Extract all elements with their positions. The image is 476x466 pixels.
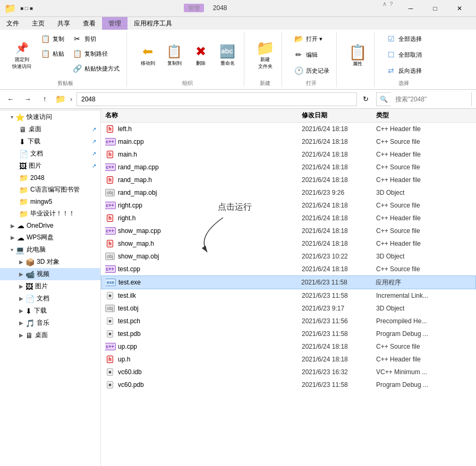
file-name-text: rand_map.h	[118, 176, 152, 184]
tab-share[interactable]: 共享	[51, 17, 76, 30]
sidebar-label-docs: 文档	[30, 149, 43, 158]
history-icon: 🕐	[293, 65, 304, 76]
tab-manage[interactable]: 管理	[102, 17, 128, 30]
delete-button[interactable]: ✖ 删除	[189, 40, 213, 70]
folder-mingw5-icon: 📁	[19, 197, 28, 206]
sidebar-item-desktop2[interactable]: ▶ 🖥 桌面	[0, 329, 100, 341]
file-icon: c++	[105, 201, 115, 210]
pics-icon: 🖼	[26, 282, 33, 291]
select-all-button[interactable]: ☑ 全部选择	[383, 32, 424, 46]
sidebar-item-2048[interactable]: 📁 2048	[0, 172, 100, 184]
up-button[interactable]: ↑	[38, 93, 51, 106]
sidebar-item-thispc[interactable]: ▾ 💻 此电脑	[0, 244, 100, 256]
sidebar-item-mingw5[interactable]: 📁 mingw5	[0, 196, 100, 208]
table-row[interactable]: c++ up.cpp 2021/6/24 18:18 C++ Source fi…	[101, 340, 476, 353]
copy-button[interactable]: 📋 复制	[37, 32, 67, 46]
move-to-button[interactable]: ⬅ 移动到	[135, 40, 160, 70]
sidebar-item-pics2[interactable]: ▶ 🖼 图片	[0, 280, 100, 292]
cut-button[interactable]: ✂ 剪切	[69, 32, 122, 46]
pin-to-quickaccess-button[interactable]: 📌 固定到快速访问	[8, 37, 35, 73]
table-row[interactable]: exe test.exe 2021/6/23 11:58 应用程序	[101, 275, 476, 289]
table-row[interactable]: h up.h 2021/6/24 18:18 C++ Header file	[101, 353, 476, 366]
table-row[interactable]: c++ rand_map.cpp 2021/6/24 18:18 C++ Sou…	[101, 161, 476, 174]
table-row[interactable]: c++ main.cpp 2021/6/24 18:18 C++ Source …	[101, 135, 476, 148]
history-button[interactable]: 🕐 历史记录	[291, 64, 332, 77]
tab-app-tools[interactable]: 应用程序工具	[128, 17, 178, 30]
tab-view[interactable]: 查看	[76, 17, 102, 30]
paste-button[interactable]: 📋 粘贴	[37, 47, 67, 61]
properties-button[interactable]: 📋 属性	[345, 41, 370, 70]
file-date: 2021/6/24 18:18	[302, 138, 376, 145]
edit-label: 编辑	[306, 51, 318, 59]
table-row[interactable]: h main.h 2021/6/24 18:18 C++ Header file	[101, 148, 476, 161]
sidebar-item-graduation[interactable]: 📁 毕业设计！！！	[0, 208, 100, 220]
table-row[interactable]: h rand_map.h 2021/6/24 18:18 C++ Header …	[101, 174, 476, 186]
sidebar-item-cbook[interactable]: 📁 C语言编写图书管	[0, 184, 100, 196]
table-row[interactable]: h right.h 2021/6/24 18:18 C++ Header fil…	[101, 212, 476, 225]
sidebar-item-onedrive[interactable]: ▶ ☁ OneDrive	[0, 220, 100, 231]
address-bar: ← → ↑ 📁 › ↻ 🔍	[0, 90, 476, 109]
sidebar-item-3d[interactable]: ▶ 📦 3D 对象	[0, 256, 100, 268]
maximize-button[interactable]: □	[423, 0, 447, 17]
search-input[interactable]	[391, 92, 471, 106]
table-row[interactable]: c++ show_map.cpp 2021/6/24 18:18 C++ Sou…	[101, 225, 476, 237]
table-row[interactable]: h left.h 2021/6/24 18:18 C++ Header file	[101, 123, 476, 135]
close-button[interactable]: ✕	[447, 0, 472, 17]
sidebar-item-dl2[interactable]: ▶ ⬇ 下载	[0, 305, 100, 317]
refresh-button[interactable]: ↻	[359, 93, 372, 106]
file-date: 2021/6/24 18:18	[302, 125, 376, 133]
file-icon: c++	[105, 226, 115, 236]
minimize-button[interactable]: ─	[398, 0, 423, 17]
table-row[interactable]: obj show_map.obj 2021/6/23 10:22 3D Obje…	[101, 250, 476, 263]
back-button[interactable]: ←	[4, 93, 17, 106]
table-row[interactable]: obj test.obj 2021/6/23 9:17 3D Object	[101, 302, 476, 315]
file-type: C++ Source file	[376, 343, 472, 350]
file-icon: c++	[105, 162, 115, 172]
file-type: C++ Source file	[376, 138, 472, 145]
table-row[interactable]: h show_map.h 2021/6/24 18:18 C++ Header …	[101, 237, 476, 250]
edit-button[interactable]: ✏ 编辑	[291, 48, 332, 62]
copy-to-icon: 📋	[166, 43, 183, 60]
file-icon: obj	[105, 252, 115, 261]
table-row[interactable]: ■ test.ilk 2021/6/23 11:58 Incremental L…	[101, 289, 476, 302]
star-icon: ⭐	[15, 113, 24, 122]
tab-home[interactable]: 主页	[26, 17, 51, 30]
file-type: C++ Source file	[376, 227, 472, 235]
paste-shortcut-button[interactable]: 🔗 粘贴快捷方式	[69, 62, 122, 75]
table-row[interactable]: ■ vc60.idb 2021/6/23 16:32 VC++ Minimum …	[101, 366, 476, 378]
open-button[interactable]: 📂 打开 ▾	[291, 32, 332, 46]
new-folder-icon: 📁	[257, 39, 274, 56]
sidebar-item-desktop[interactable]: 🖥 桌面 ↗	[0, 123, 100, 135]
tab-file[interactable]: 文件	[0, 17, 26, 30]
invert-selection-button[interactable]: ⇄ 反向选择	[383, 64, 424, 77]
file-icon: c++	[105, 264, 115, 274]
sidebar-item-video[interactable]: ▶ 📹 视频	[0, 268, 100, 280]
table-row[interactable]: ■ test.pdb 2021/6/23 11:58 Program Debug…	[101, 327, 476, 340]
copy-path-button[interactable]: 📋 复制路径	[69, 47, 122, 61]
table-row[interactable]: obj rand_map.obj 2021/6/23 9:26 3D Objec…	[101, 186, 476, 199]
sidebar-item-wps[interactable]: ▶ ☁ WPS网盘	[0, 231, 100, 244]
ribbon-group-organize: ⬅ 移动到 📋 复制到 ✖ 删除 🔤 重命名 组织	[131, 32, 244, 87]
sidebar-item-pictures[interactable]: 🖼 图片 ↗	[0, 160, 100, 172]
file-area: 名称 修改日期 类型 h left.h 2021/6/24 18:18 C++ …	[101, 109, 476, 466]
copy-to-button[interactable]: 📋 复制到	[162, 40, 186, 70]
help-btn[interactable]: ∧ ？	[378, 0, 398, 17]
table-row[interactable]: ■ test.pch 2021/6/23 11:56 Precompiled H…	[101, 315, 476, 327]
forward-button[interactable]: →	[21, 93, 34, 106]
new-folder-button[interactable]: 📁 新建文件夹	[253, 37, 277, 73]
deselect-all-button[interactable]: ☐ 全部取消	[383, 48, 424, 62]
sidebar-item-quickaccess[interactable]: ▾ ⭐ 快速访问	[0, 111, 100, 123]
address-input[interactable]	[76, 92, 357, 106]
paste-icon: 📋	[40, 48, 50, 59]
file-name-text: show_map.h	[118, 240, 154, 247]
docs2-icon: 📄	[26, 295, 35, 303]
sidebar-item-downloads[interactable]: ⬇ 下载 ↗	[0, 135, 100, 148]
sidebar-item-documents[interactable]: 📄 文档 ↗	[0, 148, 100, 160]
table-row[interactable]: c++ right.cpp 2021/6/24 18:18 C++ Source…	[101, 199, 476, 212]
table-row[interactable]: ■ vc60.pdb 2021/6/23 11:58 Program Debug…	[101, 378, 476, 391]
sidebar-item-docs2[interactable]: ▶ 📄 文档	[0, 292, 100, 305]
sidebar-item-music[interactable]: ▶ 🎵 音乐	[0, 317, 100, 329]
file-type: C++ Header file	[376, 240, 472, 247]
table-row[interactable]: c++ test.cpp 2021/6/24 18:18 C++ Source …	[101, 263, 476, 275]
rename-button[interactable]: 🔤 重命名	[215, 40, 240, 70]
